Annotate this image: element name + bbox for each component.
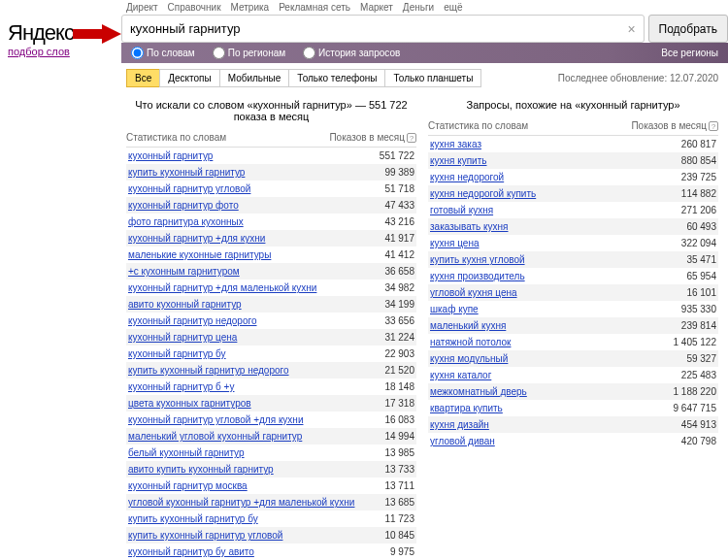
keyword-link[interactable]: кухня каталог [430,370,491,380]
keyword-link[interactable]: кухня заказ [430,139,481,149]
count-value: 13 985 [356,447,414,458]
keyword-link[interactable]: заказывать кухня [430,221,509,232]
keyword-link[interactable]: кухонный гарнитур +для кухни [128,233,265,244]
keyword-link[interactable]: кухня дизайн [430,419,489,430]
keyword-link[interactable]: кухонный гарнитур бу авито [128,546,254,557]
keyword-link[interactable]: кухонный гарнитур [128,150,213,161]
tab-phones[interactable]: Только телефоны [288,69,385,87]
count-value: 99 389 [356,167,414,178]
filter-by-words[interactable]: По словам [131,47,195,59]
all-regions-link[interactable]: Все регионы [661,48,718,58]
keyword-link[interactable]: маленькие кухонные гарнитуры [128,249,271,260]
keyword-link[interactable]: купить кухонный гарнитур [128,167,245,178]
keyword-link[interactable]: кухня цена [430,238,479,248]
keyword-link[interactable]: кухня недорогой купить [430,188,536,199]
nav-link[interactable]: Деньги [403,2,434,13]
table-row: купить кухня угловой35 471 [428,251,718,268]
keyword-link[interactable]: натяжной потолок [430,337,511,347]
keyword-link[interactable]: кухня купить [430,155,486,166]
nav-link[interactable]: Справочник [168,2,221,13]
keyword-link[interactable]: кухонный гарнитур цена [128,332,237,343]
nav-link[interactable]: Директ [126,2,158,13]
table-row: маленький кухня239 814 [428,317,718,334]
help-icon[interactable]: ? [407,133,416,143]
keyword-link[interactable]: авито кухонный гарнитур [128,299,242,310]
table-row: фото гарнитура кухонных43 216 [126,214,416,230]
tab-mobile[interactable]: Мобильные [219,69,290,87]
keyword-link[interactable]: межкомнатный дверь [430,386,527,397]
top-nav: Директ Справочник Метрика Рекламная сеть… [0,0,728,15]
tab-tablets[interactable]: Только планшеты [384,69,481,87]
keyword-link[interactable]: кухня модульный [430,353,508,364]
table-row: кухонный гарнитур угловой +для кухни16 0… [126,412,416,428]
table-row: купить кухонный гарнитур недорого21 520 [126,362,416,379]
count-value: 16 083 [356,414,414,425]
radio[interactable] [303,47,315,59]
keyword-link[interactable]: купить кухонный гарнитур недорого [128,365,289,376]
tab-all[interactable]: Все [126,69,160,87]
radio[interactable] [213,47,225,59]
keyword-link[interactable]: авито купить кухонный гарнитур [128,464,274,475]
count-value: 239 725 [658,172,716,182]
count-value: 47 433 [356,200,414,211]
table-row: авито кухонный гарнитур34 199 [126,296,416,313]
keyword-link[interactable]: купить кухня угловой [430,254,525,265]
keyword-link[interactable]: готовый кухня [430,205,493,215]
keyword-link[interactable]: кухонный гарнитур угловой [128,183,250,194]
keyword-link[interactable]: кухонный гарнитур москва [128,480,248,491]
keyword-link[interactable]: квартира купить [430,403,503,413]
nav-link[interactable]: Метрика [231,2,270,13]
table-row: купить кухонный гарнитур бу11 723 [126,511,416,527]
table-row: кухонный гарнитур фото47 433 [126,197,416,214]
keyword-link[interactable]: маленький кухня [430,320,506,331]
table-row: кухня недорогой купить114 882 [428,185,718,202]
nav-link[interactable]: Маркет [360,2,393,13]
keyword-link[interactable]: кухонный гарнитур б +у [128,381,234,392]
table-row: заказывать кухня60 493 [428,218,718,235]
table-row: кухня каталог225 483 [428,367,718,383]
keyword-link[interactable]: купить кухонный гарнитур бу [128,513,258,524]
keyword-link[interactable]: кухонный гарнитур бу [128,348,226,359]
count-value: 9 975 [356,546,414,557]
submit-button[interactable]: Подобрать [648,15,728,43]
keyword-link[interactable]: белый кухонный гарнитур [128,447,245,458]
keyword-link[interactable]: маленький угловой кухонный гарнитур [128,431,302,442]
count-value: 420 798 [658,436,716,446]
table-row: угловой кухонный гарнитур +для маленькой… [126,494,416,511]
clear-icon[interactable]: × [621,21,641,37]
filter-history[interactable]: История запросов [303,47,400,59]
keyword-link[interactable]: шкаф купе [430,304,479,314]
help-icon[interactable]: ? [709,121,718,131]
table-row: кухонный гарнитур бу авито9 975 [126,544,416,560]
table-row: кухонный гарнитур бу22 903 [126,346,416,362]
keyword-link[interactable]: угловой кухня цена [430,287,517,298]
count-value: 60 493 [658,221,716,232]
filter-by-regions[interactable]: По регионам [213,47,285,59]
keyword-link[interactable]: кухонный гарнитур недорого [128,315,257,326]
table-row: купить кухонный гарнитур угловой10 845 [126,527,416,544]
keyword-link[interactable]: фото гарнитура кухонных [128,216,244,227]
keyword-link[interactable]: кухня производитель [430,271,525,281]
logo-sub-link[interactable]: подбор слов [8,46,70,57]
keyword-link[interactable]: кухонный гарнитур фото [128,200,239,211]
search-input[interactable] [124,17,621,40]
count-value: 114 882 [658,188,716,199]
keyword-link[interactable]: купить кухонный гарнитур угловой [128,530,282,541]
count-value: 14 994 [356,431,414,442]
keyword-link[interactable]: угловой диван [430,436,495,446]
nav-link[interactable]: Рекламная сеть [279,2,350,13]
keyword-link[interactable]: +с кухонным гарнитуром [128,266,240,277]
radio[interactable] [131,47,144,59]
count-value: 18 148 [356,381,414,392]
keyword-link[interactable]: кухонный гарнитур +для маленькой кухни [128,282,316,293]
table-row: кухня производитель65 954 [428,268,718,284]
keyword-link[interactable]: кухонный гарнитур угловой +для кухни [128,414,303,425]
nav-link[interactable]: ещё [444,2,462,13]
count-value: 22 903 [356,348,414,359]
keyword-link[interactable]: цвета кухонных гарнитуров [128,398,251,409]
count-value: 322 094 [658,238,716,248]
count-value: 239 814 [658,320,716,331]
tab-desktop[interactable]: Десктопы [159,69,219,87]
keyword-link[interactable]: кухня недорогой [430,172,504,182]
keyword-link[interactable]: угловой кухонный гарнитур +для маленькой… [128,497,354,508]
